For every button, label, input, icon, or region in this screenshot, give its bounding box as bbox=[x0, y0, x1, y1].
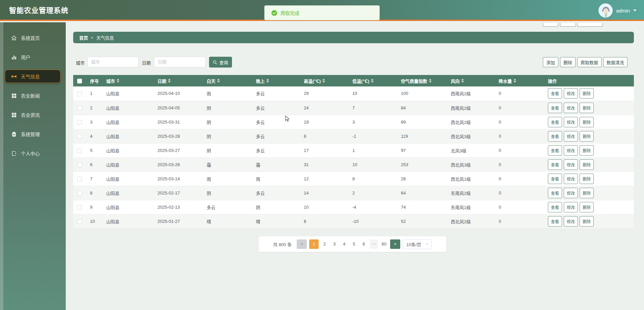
row-view-button[interactable]: 查看 bbox=[548, 88, 562, 99]
cell-6: 10 bbox=[348, 157, 397, 172]
prev-page-button[interactable]: < bbox=[297, 239, 307, 249]
sidebar-item-agri-info[interactable]: 农业资讯 bbox=[5, 108, 61, 122]
sort-carets-icon[interactable] bbox=[217, 79, 220, 83]
row-delete-button[interactable]: 删除 bbox=[580, 202, 594, 212]
column-header-6[interactable]: 低温(℃) bbox=[348, 75, 397, 86]
sort-carets-icon[interactable] bbox=[266, 79, 269, 83]
row-edit-button[interactable]: 修改 bbox=[564, 174, 578, 184]
row-checkbox[interactable] bbox=[77, 120, 82, 125]
cell-5: 24 bbox=[300, 101, 348, 115]
row-view-button[interactable]: 查看 bbox=[548, 103, 562, 113]
row-view-button[interactable]: 查看 bbox=[548, 159, 562, 170]
sidebar-item-profile[interactable]: 个人中心 bbox=[5, 147, 61, 160]
row-edit-button[interactable]: 修改 bbox=[564, 145, 578, 156]
row-delete-button[interactable]: 删除 bbox=[580, 131, 594, 141]
row-edit-button[interactable]: 修改 bbox=[564, 159, 578, 170]
row-edit-button[interactable]: 修改 bbox=[564, 131, 578, 141]
sidebar-item-weather[interactable]: 天气信息 bbox=[5, 70, 61, 83]
page-button-5[interactable]: 5 bbox=[350, 239, 358, 249]
column-header-9[interactable]: 降水量 bbox=[495, 75, 544, 86]
row-checkbox-cell bbox=[73, 86, 86, 101]
column-label: 降水量 bbox=[499, 78, 512, 84]
page-button-4[interactable]: 4 bbox=[341, 239, 348, 249]
page-button-2[interactable]: 2 bbox=[321, 239, 328, 249]
sort-carets-icon[interactable] bbox=[117, 79, 119, 83]
more-pages-button[interactable]: ··· bbox=[370, 239, 378, 249]
toast-text: 爬取完成 bbox=[281, 9, 299, 16]
row-view-button[interactable]: 查看 bbox=[548, 174, 562, 184]
search-button-label: 查询 bbox=[219, 59, 228, 66]
row-checkbox[interactable] bbox=[77, 205, 82, 210]
sort-carets-icon[interactable] bbox=[514, 79, 516, 83]
column-header-5[interactable]: 高温(℃) bbox=[300, 75, 348, 86]
row-checkbox[interactable] bbox=[77, 92, 82, 96]
row-edit-button[interactable]: 修改 bbox=[564, 88, 578, 99]
sidebar-item-users[interactable]: 用户 bbox=[5, 50, 61, 64]
sort-carets-icon[interactable] bbox=[371, 79, 374, 83]
page-button-6[interactable]: 6 bbox=[360, 239, 368, 249]
page-button-3[interactable]: 3 bbox=[331, 239, 338, 249]
row-checkbox[interactable] bbox=[77, 162, 82, 167]
column-header-8[interactable]: 风向 bbox=[447, 75, 495, 86]
add-button[interactable]: 添加 bbox=[543, 57, 558, 67]
row-checkbox[interactable] bbox=[77, 148, 82, 153]
last-page-button[interactable]: 80 bbox=[380, 239, 388, 249]
column-header-4[interactable]: 晚上 bbox=[252, 75, 300, 86]
row-view-button[interactable]: 查看 bbox=[548, 131, 562, 141]
column-header-3[interactable]: 白天 bbox=[203, 75, 252, 86]
city-filter-input[interactable] bbox=[87, 57, 139, 67]
select-all-checkbox[interactable] bbox=[77, 79, 82, 83]
date-filter-input[interactable] bbox=[154, 57, 206, 67]
column-header-7[interactable]: 空气质量指数 bbox=[397, 75, 447, 86]
row-checkbox[interactable] bbox=[77, 106, 82, 110]
row-view-button[interactable]: 查看 bbox=[548, 117, 562, 127]
row-delete-button[interactable]: 删除 bbox=[580, 145, 594, 156]
row-view-button[interactable]: 查看 bbox=[548, 216, 562, 227]
row-edit-button[interactable]: 修改 bbox=[564, 103, 578, 113]
user-avatar[interactable] bbox=[598, 3, 613, 18]
breadcrumb: 首页 ● 天气信息 bbox=[73, 32, 634, 43]
cell-4: 多云 bbox=[252, 186, 300, 200]
breadcrumb-home-link[interactable]: 首页 bbox=[79, 34, 88, 41]
row-view-button[interactable]: 查看 bbox=[548, 188, 562, 198]
row-delete-button[interactable]: 删除 bbox=[580, 188, 594, 198]
row-edit-button[interactable]: 修改 bbox=[564, 216, 578, 227]
column-header-1[interactable]: 城市 bbox=[102, 75, 153, 86]
sort-carets-icon[interactable] bbox=[429, 79, 432, 83]
row-delete-button[interactable]: 删除 bbox=[580, 103, 594, 113]
user-menu[interactable]: admin bbox=[598, 0, 637, 21]
cell-8: 西北风2级 bbox=[447, 214, 495, 228]
row-edit-button[interactable]: 修改 bbox=[564, 202, 578, 212]
page-size-select[interactable]: 10条/页 bbox=[403, 239, 432, 249]
crawl-button[interactable]: 爬取数据 bbox=[577, 57, 602, 67]
cell-8: 北风3级 bbox=[447, 143, 495, 157]
row-checkbox[interactable] bbox=[77, 219, 82, 224]
row-checkbox[interactable] bbox=[77, 134, 82, 139]
column-header-2[interactable]: 日期 bbox=[153, 75, 203, 86]
column-label: 日期 bbox=[157, 78, 166, 84]
sidebar-item-home[interactable]: 系统首页 bbox=[5, 31, 61, 45]
row-edit-button[interactable]: 修改 bbox=[564, 117, 578, 127]
row-checkbox[interactable] bbox=[77, 177, 82, 181]
column-label: 低温(℃) bbox=[352, 78, 369, 84]
sidebar-item-agri-news[interactable]: 农业新闻 bbox=[5, 89, 61, 102]
sort-carets-icon[interactable] bbox=[168, 79, 171, 83]
next-page-button[interactable]: > bbox=[390, 239, 400, 249]
row-delete-button[interactable]: 删除 bbox=[580, 159, 594, 170]
sidebar-item-system[interactable]: 系统管理 bbox=[5, 127, 61, 141]
row-view-button[interactable]: 查看 bbox=[548, 145, 562, 156]
row-delete-button[interactable]: 删除 bbox=[580, 174, 594, 184]
page-button-1[interactable]: 1 bbox=[309, 239, 319, 249]
delete-button[interactable]: 删除 bbox=[560, 57, 576, 67]
clean-button[interactable]: 数据清洗 bbox=[603, 57, 627, 67]
sort-carets-icon[interactable] bbox=[461, 79, 464, 83]
row-edit-button[interactable]: 修改 bbox=[564, 188, 578, 198]
row-checkbox[interactable] bbox=[77, 191, 82, 196]
sort-carets-icon[interactable] bbox=[322, 79, 325, 83]
column-label: 序号 bbox=[90, 78, 99, 84]
row-view-button[interactable]: 查看 bbox=[548, 202, 562, 212]
search-button[interactable]: 查询 bbox=[209, 57, 232, 68]
row-delete-button[interactable]: 删除 bbox=[580, 216, 594, 227]
row-delete-button[interactable]: 删除 bbox=[580, 117, 594, 127]
row-delete-button[interactable]: 删除 bbox=[580, 88, 594, 99]
